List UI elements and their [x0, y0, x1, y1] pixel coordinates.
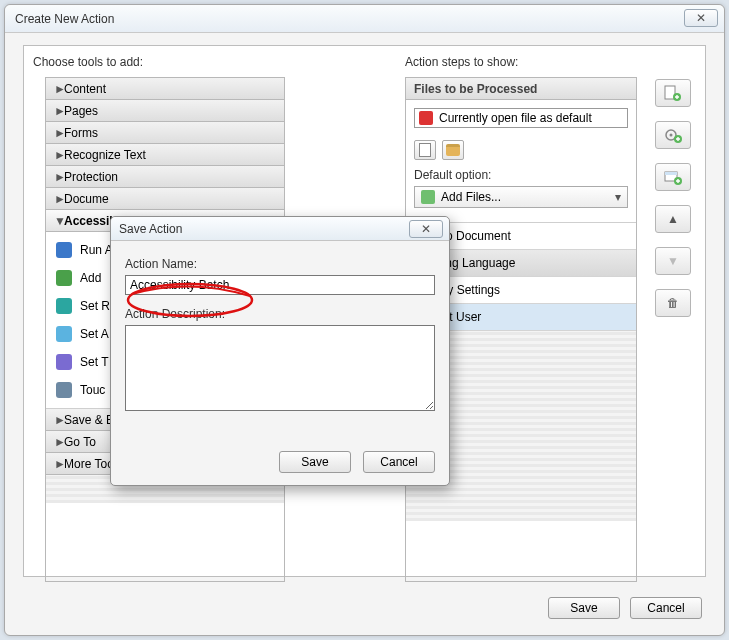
accordion-forms[interactable]: ►Forms	[46, 122, 284, 144]
check-icon	[56, 242, 72, 258]
chevron-right-icon: ►	[54, 431, 64, 453]
tool-label: Run A	[80, 243, 113, 257]
default-option-label: Default option:	[406, 164, 636, 186]
combo-value: Add Files...	[441, 190, 501, 204]
add-divider-button[interactable]	[655, 163, 691, 191]
page-plus-icon	[664, 85, 682, 101]
default-option-combo[interactable]: Add Files... ▾	[414, 186, 628, 208]
dialog-save-button[interactable]: Save	[279, 451, 351, 473]
accordion-label: Recognize Text	[64, 148, 146, 162]
current-file-text: Currently open file as default	[439, 108, 592, 128]
action-steps-label: Action steps to show:	[405, 55, 518, 69]
accordion-pages[interactable]: ►Pages	[46, 100, 284, 122]
dialog-titlebar: Save Action ✕	[111, 217, 449, 241]
dialog-buttons: Save Cancel	[279, 451, 435, 473]
tool-label: Set T	[80, 355, 108, 369]
close-icon: ✕	[421, 222, 431, 236]
bottom-buttons: Save Cancel	[548, 597, 702, 619]
folder-icon	[446, 144, 460, 156]
add-step-button[interactable]	[655, 79, 691, 107]
triangle-down-icon: ▼	[667, 254, 679, 268]
chevron-down-icon: ▼	[54, 210, 64, 232]
globe-icon	[56, 298, 72, 314]
add-files-icon	[421, 190, 435, 204]
window-title: Create New Action	[15, 12, 114, 26]
pdf-icon	[419, 111, 433, 125]
accordion-label: Go To	[64, 435, 96, 449]
chevron-down-icon: ▾	[615, 190, 621, 204]
side-buttons-column: ▲ ▼ 🗑	[655, 79, 699, 331]
chevron-right-icon: ►	[54, 409, 64, 431]
accordion-content[interactable]: ►Content	[46, 78, 284, 100]
chevron-right-icon: ►	[54, 144, 64, 166]
accordion-label: Protection	[64, 170, 118, 184]
action-description-label: Action Description:	[125, 307, 435, 321]
touchup-icon	[56, 382, 72, 398]
save-action-dialog: Save Action ✕ Action Name: Action Descri…	[110, 216, 450, 486]
tag-icon	[56, 270, 72, 286]
alt-text-icon	[56, 326, 72, 342]
chevron-right-icon: ►	[54, 122, 64, 144]
chevron-right-icon: ►	[54, 166, 64, 188]
dialog-close-button[interactable]: ✕	[409, 220, 443, 238]
tool-label: Set R	[80, 299, 110, 313]
delete-step-button[interactable]: 🗑	[655, 289, 691, 317]
chevron-right-icon: ►	[54, 453, 64, 475]
tool-label: Add	[80, 271, 101, 285]
close-icon: ✕	[696, 11, 706, 25]
panel-plus-icon	[664, 169, 682, 185]
tool-label: Set A	[80, 327, 109, 341]
action-name-input[interactable]	[125, 275, 435, 295]
new-file-button[interactable]	[414, 140, 436, 160]
tool-label: Touc	[80, 383, 105, 397]
dialog-cancel-button[interactable]: Cancel	[363, 451, 435, 473]
tab-order-icon	[56, 354, 72, 370]
move-up-button[interactable]: ▲	[655, 205, 691, 233]
svg-point-3	[670, 134, 673, 137]
gear-plus-icon	[664, 127, 682, 143]
chevron-right-icon: ►	[54, 188, 64, 210]
files-section-header: Files to be Processed	[406, 78, 636, 100]
choose-tools-label: Choose tools to add:	[33, 55, 143, 69]
accordion-protection[interactable]: ►Protection	[46, 166, 284, 188]
file-buttons-row	[406, 136, 636, 164]
accordion-label: Forms	[64, 126, 98, 140]
window-close-button[interactable]: ✕	[684, 9, 718, 27]
action-description-input[interactable]	[125, 325, 435, 411]
trash-icon: 🗑	[667, 296, 679, 310]
browse-folder-button[interactable]	[442, 140, 464, 160]
files-section-body: Currently open file as default Default o…	[406, 108, 636, 223]
accordion-label: Content	[64, 82, 106, 96]
triangle-up-icon: ▲	[667, 212, 679, 226]
window-titlebar: Create New Action ✕	[5, 5, 724, 33]
accordion-label: Accessib	[64, 214, 117, 228]
cancel-button[interactable]: Cancel	[630, 597, 702, 619]
accordion-document-processing[interactable]: ►Docume	[46, 188, 284, 210]
current-file-box: Currently open file as default	[414, 108, 628, 128]
svg-rect-6	[665, 172, 677, 175]
page-icon	[419, 143, 431, 157]
accordion-label: Pages	[64, 104, 98, 118]
chevron-right-icon: ►	[54, 78, 64, 100]
dialog-title: Save Action	[119, 222, 182, 236]
accordion-label: Docume	[64, 192, 109, 206]
chevron-right-icon: ►	[54, 100, 64, 122]
move-down-button[interactable]: ▼	[655, 247, 691, 275]
add-instruction-button[interactable]	[655, 121, 691, 149]
accordion-recognize-text[interactable]: ►Recognize Text	[46, 144, 284, 166]
action-name-label: Action Name:	[125, 257, 435, 271]
dialog-content: Action Name: Action Description:	[111, 241, 449, 424]
save-button[interactable]: Save	[548, 597, 620, 619]
